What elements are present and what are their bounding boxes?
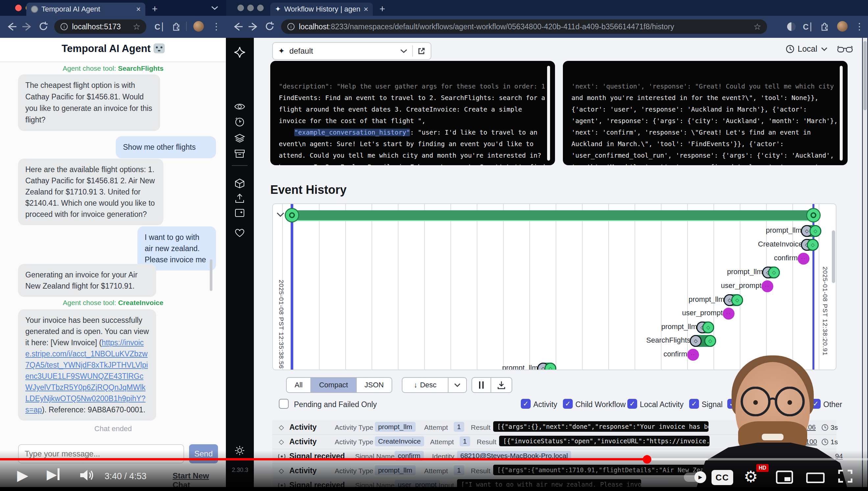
timeline-event-label[interactable]: prompt_llm — [502, 364, 538, 370]
view-all-tab[interactable]: All — [287, 378, 310, 392]
hd-badge: HD — [756, 464, 769, 472]
video-progress-played[interactable] — [0, 458, 647, 460]
code-panel-scrollbar[interactable] — [547, 66, 550, 161]
workflow-input-json[interactable]: "description": "Help the user gather arg… — [270, 61, 555, 165]
pending-failed-checkbox[interactable] — [279, 399, 289, 409]
profile-avatar[interactable] — [837, 21, 848, 32]
video-progress-remaining[interactable] — [708, 458, 868, 460]
download-history-button[interactable] — [491, 377, 512, 393]
close-window-button[interactable] — [15, 5, 22, 11]
back-icon[interactable] — [232, 22, 243, 33]
reload-icon[interactable] — [38, 21, 49, 33]
signal-marker[interactable]: ·· — [723, 308, 735, 320]
filter-child-workflow-checkbox[interactable]: ✓ — [563, 399, 573, 409]
new-tab-button[interactable]: + — [379, 3, 385, 15]
import-upload-icon[interactable] — [234, 192, 246, 205]
timeline-event-label[interactable]: user_prompt — [682, 309, 723, 317]
filter-activity-checkbox[interactable]: ✓ — [521, 399, 531, 409]
chrome-menu-kebab-icon[interactable]: ⋮ — [855, 21, 864, 32]
workflows-icon[interactable] — [234, 100, 246, 113]
timeline-event-label[interactable]: CreateInvoice — [758, 240, 803, 249]
back-icon[interactable] — [6, 22, 17, 33]
pause-autorefresh-button[interactable] — [471, 377, 491, 393]
archive-icon[interactable] — [234, 147, 246, 160]
labs-glasses-icon[interactable] — [837, 45, 853, 55]
view-compact-tab[interactable]: Compact — [310, 378, 356, 392]
next-button[interactable]: ▶ — [47, 467, 60, 482]
feedback-heart-icon[interactable] — [234, 226, 246, 239]
chat-scrollbar[interactable] — [210, 259, 212, 291]
schedules-clock-icon[interactable] — [234, 116, 246, 128]
minimize-window-button[interactable] — [247, 5, 254, 11]
tab-title: Temporal AI Agent — [41, 5, 133, 13]
tab-close-icon[interactable]: × — [136, 5, 141, 14]
tab-close-icon[interactable]: × — [364, 5, 368, 14]
tab-search-chevron-icon[interactable] — [210, 5, 219, 12]
toolbar-divider — [186, 22, 187, 31]
miniplayer-icon[interactable] — [776, 470, 793, 485]
timeline-event-label[interactable]: prompt_llm — [688, 295, 724, 304]
deployments-layers-icon[interactable] — [234, 132, 246, 144]
namespaces-cube-icon[interactable] — [234, 177, 246, 190]
timeline-event-label[interactable]: prompt_llm — [766, 226, 802, 235]
filter-local-activity-checkbox[interactable]: ✓ — [627, 399, 637, 409]
activity-completed-marker[interactable]: ◇ — [545, 363, 556, 370]
volume-icon[interactable] — [79, 469, 94, 483]
external-link-icon[interactable] — [417, 47, 426, 55]
settings-gear-icon[interactable]: ⚙ — [744, 467, 758, 486]
theater-mode-icon[interactable] — [806, 472, 825, 484]
reload-icon[interactable] — [265, 21, 275, 33]
site-info-icon[interactable]: i — [287, 23, 295, 31]
close-window-button[interactable] — [237, 5, 244, 11]
timeline-scrollbar[interactable] — [832, 230, 835, 283]
extensions-puzzle-icon[interactable] — [172, 22, 181, 32]
new-tab-button[interactable]: + — [152, 3, 158, 15]
timeline-event-label[interactable]: confirm — [774, 254, 798, 262]
activity-completed-marker[interactable]: ◇ — [768, 266, 780, 279]
workflow-result-json[interactable]: 'next': 'question', 'response': "Great! … — [563, 61, 848, 165]
docs-book-icon[interactable] — [234, 207, 246, 219]
sort-options-chevron-button[interactable] — [448, 377, 467, 393]
forward-icon[interactable] — [22, 22, 33, 33]
activity-completed-marker[interactable]: ◇ — [731, 294, 743, 306]
video-progress-buffered[interactable] — [647, 458, 708, 460]
captions-button[interactable]: CC — [712, 470, 733, 485]
site-info-icon[interactable]: i — [60, 23, 68, 31]
chrome-menu-kebab-icon[interactable]: ⋮ — [212, 21, 221, 32]
tab-workflow-history[interactable]: ✦ Workflow History | agent-wor × — [270, 3, 373, 16]
timeline-event-label[interactable]: user_prompt — [721, 281, 762, 290]
extensions-puzzle-icon[interactable] — [820, 22, 829, 32]
profile-avatar[interactable] — [193, 21, 204, 32]
activity-completed-marker[interactable]: ◇ — [809, 225, 821, 237]
code-panel-scrollbar[interactable] — [840, 66, 843, 161]
namespace-temporal-icon: ✦ — [278, 47, 285, 56]
workflow-execution-bar[interactable] — [292, 210, 814, 220]
timeline-collapse-chevron-icon[interactable] — [276, 212, 285, 219]
clipboard-extension-icon[interactable]: C⏐ — [155, 22, 165, 32]
invoice-link[interactable]: https://invoice.stripe.com/i/acct_1NBOLu… — [25, 338, 148, 414]
namespace-select[interactable]: ✦ default — [272, 42, 431, 60]
activity-completed-marker[interactable]: ◇ — [807, 239, 819, 251]
view-json-tab[interactable]: JSON — [357, 378, 392, 392]
sort-desc-button[interactable]: ↓ Desc — [402, 377, 448, 393]
signal-marker[interactable]: ·· — [798, 253, 809, 265]
bookmark-star-icon[interactable]: ☆ — [133, 22, 141, 32]
workflow-end-marker[interactable] — [806, 208, 820, 223]
forward-icon[interactable] — [248, 22, 259, 33]
zoom-window-button[interactable] — [257, 5, 264, 11]
timezone-select[interactable]: Local — [786, 44, 828, 54]
autoplay-toggle[interactable]: ▶ — [684, 472, 705, 482]
page-scrollbar-thumb[interactable] — [863, 41, 867, 110]
bookmark-star-icon[interactable]: ☆ — [753, 22, 761, 32]
tab-temporal-ai-agent[interactable]: Temporal AI Agent × — [26, 3, 145, 16]
right-address-bar[interactable]: i localhost:8233/namespaces/default/work… — [281, 20, 767, 34]
fullscreen-icon[interactable] — [838, 469, 853, 484]
left-address-bar[interactable]: i localhost:5173 ☆ — [54, 20, 146, 34]
workflow-start-marker[interactable] — [285, 208, 299, 223]
signal-marker[interactable]: ·· — [762, 280, 773, 292]
clipboard-extension-icon[interactable]: C⏐ — [803, 22, 813, 32]
dark-mode-extension-icon[interactable] — [787, 22, 796, 31]
video-scrubber-dot[interactable] — [643, 455, 651, 464]
play-button[interactable]: ▶ — [17, 467, 28, 484]
timeline-event-label[interactable]: prompt_llm — [727, 267, 763, 276]
